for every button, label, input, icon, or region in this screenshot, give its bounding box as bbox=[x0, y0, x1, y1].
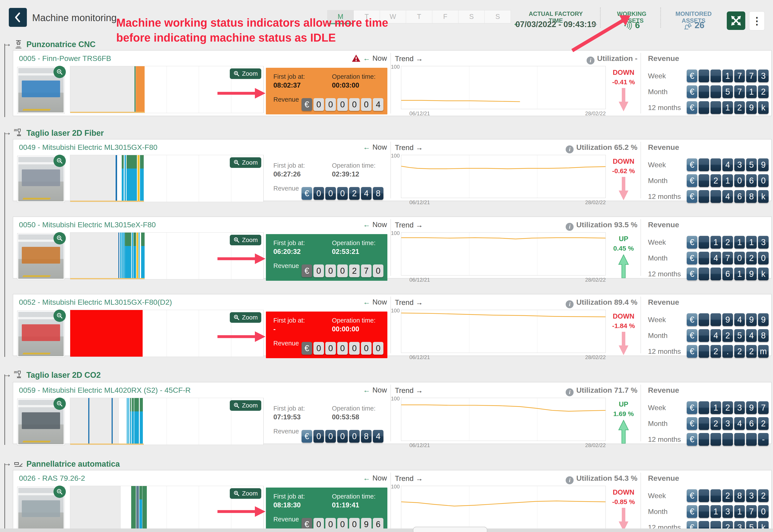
odometer-digit: 0 bbox=[337, 430, 348, 443]
day-tab-6[interactable]: S bbox=[458, 10, 485, 23]
odometer-digit: 9 bbox=[746, 401, 757, 414]
operation-time-value: 00:00:00 bbox=[332, 325, 359, 333]
photo-zoom-badge[interactable] bbox=[53, 486, 66, 498]
machine-card: 0026 - RAS 79.26-2←NowZoomFirst job at:0… bbox=[13, 470, 772, 532]
timeline-zoom-button[interactable]: Zoom bbox=[230, 488, 261, 499]
page-title: Machine monitoring bbox=[32, 12, 117, 23]
timeline-zoom-button[interactable]: Zoom bbox=[230, 157, 261, 168]
odometer-month: €5712 bbox=[687, 85, 769, 98]
utilization-label: Utilization bbox=[576, 386, 612, 394]
machine-name[interactable]: 0005 - Finn-Power TRS6FB bbox=[19, 54, 111, 63]
timeline-zoom-button[interactable]: Zoom bbox=[230, 68, 261, 79]
photo-zoom-badge[interactable] bbox=[53, 155, 66, 167]
now-arrow-icon: ← bbox=[363, 474, 370, 482]
timeline-chart: Zoom bbox=[70, 232, 264, 279]
odometer-month: €42548 bbox=[687, 329, 769, 342]
euro-icon: € bbox=[687, 70, 697, 82]
horizontal-scrollbar[interactable] bbox=[413, 527, 487, 532]
section-3: →2DTaglio laser 2D CO20059 - Mitsubishi … bbox=[13, 369, 772, 444]
info-icon[interactable]: i bbox=[566, 388, 574, 396]
info-icon[interactable]: i bbox=[566, 223, 574, 231]
machine-name[interactable]: 0052 - Mitsubishi Electric ML3015GX-F80(… bbox=[19, 298, 172, 306]
trend-arrow-icon: → bbox=[416, 221, 423, 229]
operation-time-value: 00:53:58 bbox=[332, 413, 359, 421]
odometer-digit bbox=[699, 85, 709, 98]
odometer-digit: 4 bbox=[361, 187, 371, 200]
day-tab-5[interactable]: F bbox=[432, 10, 459, 23]
info-icon[interactable]: i bbox=[566, 300, 574, 308]
trend-change-value: -0.62 % bbox=[608, 167, 640, 175]
odometer-digit: 4 bbox=[734, 417, 745, 430]
timeline-zoom-button[interactable]: Zoom bbox=[230, 312, 261, 323]
timeline-chart: Zoom bbox=[70, 486, 264, 532]
section-rail bbox=[4, 463, 5, 532]
revenue-row-week: Week€9499 bbox=[648, 313, 769, 326]
euro-icon: € bbox=[301, 98, 312, 111]
odometer-digit: 9 bbox=[758, 313, 769, 326]
operation-time-value: 02:53:21 bbox=[332, 248, 359, 256]
machine-name[interactable]: 0026 - RAS 79.26-2 bbox=[19, 474, 85, 482]
trend-up-arrow-icon bbox=[617, 420, 631, 444]
zoom-button-label: Zoom bbox=[242, 70, 258, 77]
info-icon[interactable]: i bbox=[587, 57, 595, 64]
trend-change-value: 1.69 % bbox=[608, 410, 640, 418]
now-arrow-icon: ← bbox=[363, 386, 370, 394]
odometer-digit: 0 bbox=[313, 342, 324, 355]
euro-icon: € bbox=[687, 433, 697, 446]
photo-zoom-badge[interactable] bbox=[53, 310, 66, 322]
trend-chart bbox=[401, 232, 606, 275]
odometer-digit: 3 bbox=[734, 158, 745, 171]
now-label: Now bbox=[372, 298, 387, 306]
header-divider bbox=[660, 7, 661, 28]
timeline-zoom-button[interactable]: Zoom bbox=[230, 235, 261, 245]
odometer-digit: 9 bbox=[722, 313, 733, 326]
odometer-digit bbox=[699, 190, 709, 203]
machine-name[interactable]: 0049 - Mitsubishi Electric ML3015GX-F80 bbox=[19, 143, 157, 152]
back-button[interactable] bbox=[9, 8, 27, 27]
odometer-digit: 0 bbox=[337, 264, 348, 277]
day-tab-4[interactable]: T bbox=[406, 10, 432, 23]
odometer-digit: 0 bbox=[337, 187, 348, 200]
now-indicator: ←Now bbox=[363, 298, 387, 306]
revenue-period-label: 12 months bbox=[648, 433, 681, 446]
odometer-digit: 0 bbox=[313, 98, 324, 111]
utilization-value: 65.2 % bbox=[614, 143, 637, 151]
trend-down-arrow-icon bbox=[617, 332, 631, 356]
trend-header: Trend → bbox=[395, 55, 423, 63]
photo-zoom-badge[interactable] bbox=[53, 66, 66, 78]
odometer-digit bbox=[699, 236, 709, 249]
fullscreen-button[interactable] bbox=[727, 11, 745, 30]
machine-name[interactable]: 0050 - Mitsubishi Electric ML3015eX-F80 bbox=[19, 220, 156, 229]
now-indicator: ←Now bbox=[363, 386, 387, 394]
odometer-week: €4359 bbox=[687, 158, 769, 171]
machine-name[interactable]: 0059 - Mitsubishi Electric ML4020RX (S2)… bbox=[19, 386, 191, 394]
info-icon[interactable]: i bbox=[566, 476, 574, 484]
header-divider bbox=[600, 7, 601, 28]
utilization-header: iUtilization 54.3 % bbox=[498, 474, 637, 484]
photo-zoom-badge[interactable] bbox=[53, 232, 66, 244]
trend-y-max: 100 bbox=[391, 153, 400, 159]
euro-icon: € bbox=[301, 187, 312, 200]
info-icon[interactable]: i bbox=[566, 145, 574, 153]
utilization-label: Utilization bbox=[576, 474, 612, 482]
more-options-button[interactable]: ⋮ bbox=[749, 11, 765, 30]
zoom-button-label: Zoom bbox=[242, 490, 258, 497]
timeline-zoom-button[interactable]: Zoom bbox=[230, 400, 261, 411]
odometer-digit bbox=[722, 433, 733, 446]
odometer-week: €12113 bbox=[687, 236, 769, 249]
odometer-digit: 4 bbox=[722, 190, 733, 203]
odometer-status-revenue: €000004 bbox=[301, 98, 383, 111]
odometer-digit: 2 bbox=[734, 345, 745, 358]
revenue-header: Revenue bbox=[648, 220, 679, 229]
status-revenue-label: Revenue bbox=[273, 428, 299, 435]
now-indicator: ←Now bbox=[363, 143, 387, 151]
revenue-header: Revenue bbox=[648, 54, 679, 63]
odometer-digit: 5 bbox=[746, 158, 757, 171]
trend-down-arrow-icon bbox=[617, 508, 631, 532]
odometer-digit bbox=[699, 174, 709, 187]
next-day-arrow-icon[interactable]: → bbox=[590, 17, 599, 28]
day-tab-7[interactable]: S bbox=[485, 10, 511, 23]
odometer-digit: 0 bbox=[349, 98, 359, 111]
section-2: →2DTaglio laser 2D Fiber0049 - Mitsubish… bbox=[13, 127, 772, 356]
photo-zoom-badge[interactable] bbox=[53, 398, 66, 410]
